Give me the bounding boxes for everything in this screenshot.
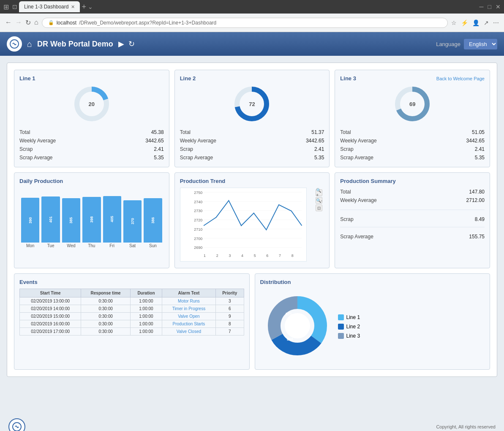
home-nav-icon[interactable]: ⌂	[27, 39, 32, 49]
footer-text: Copyright, All rights reserved	[436, 424, 496, 429]
cell-alarm[interactable]: Production Starts	[162, 320, 215, 328]
browser-frame: ⊞ ⊡ Line 1-3 Dashboard ✕ + ⌄ ─ □ ✕ ← → ↻…	[0, 0, 504, 431]
share-icon[interactable]: ↗	[484, 19, 489, 26]
svg-text:900: 900	[301, 322, 307, 326]
svg-text:7: 7	[279, 254, 281, 258]
zoom-in-button[interactable]: 🔍+	[316, 189, 322, 196]
minimize-button[interactable]: ─	[479, 3, 484, 10]
summary-scrap-avg-row: Scrap Average 155.75	[340, 232, 485, 241]
top-grid: Line 1 20 Total 45.38	[14, 70, 490, 167]
refresh-button[interactable]: ↻	[128, 39, 135, 49]
daily-production-card: Daily Production 390401385398405370386 M…	[14, 172, 169, 268]
active-tab[interactable]: Line 1-3 Dashboard ✕	[19, 1, 80, 12]
url-base: localhost	[57, 20, 76, 26]
cell-response: 0:30:00	[81, 328, 131, 336]
url-box[interactable]: 🔒 localhost /DRweb_Demo/webreport.aspx?R…	[42, 18, 448, 28]
cell-start: 02/20/2019 15:00:00	[20, 313, 81, 320]
line1-weekly-label: Weekly Average	[19, 138, 56, 144]
bar-wrapper-sun: 386	[144, 188, 162, 243]
cell-start: 02/20/2019 16:00:00	[20, 320, 81, 328]
events-title: Events	[19, 279, 244, 285]
table-row: 02/20/2019 14:00:000:30:001:00:00Timer i…	[20, 305, 244, 313]
reload-button[interactable]: ↻	[25, 19, 31, 27]
line2-total-row: Total 51.37	[180, 128, 324, 136]
distribution-svg: 875 900 850	[264, 292, 331, 360]
line2-title: Line 2	[180, 75, 324, 82]
menu-icon[interactable]: ⋯	[493, 19, 499, 26]
line3-donut: 69	[393, 85, 431, 123]
language-select[interactable]: English	[464, 39, 497, 49]
cell-alarm[interactable]: Valve Open	[162, 313, 215, 320]
bookmark-icon[interactable]: ☆	[451, 19, 457, 26]
summary-scrap-avg-label: Scrap Average	[340, 234, 373, 240]
line3-title: Line 3	[340, 75, 356, 82]
close-button[interactable]: ✕	[496, 3, 501, 10]
maximize-button[interactable]: □	[488, 3, 491, 10]
new-tab-button[interactable]: +	[82, 3, 86, 11]
cell-alarm[interactable]: Motor Runs	[162, 297, 215, 305]
summary-weekly-label: Weekly Average	[340, 197, 376, 203]
line3-card: Line 3 Back to Welcome Page 69	[335, 70, 490, 167]
line1-scrap-value: 2.41	[154, 146, 163, 152]
logo-icon	[9, 39, 19, 49]
day-label-sat: Sat	[123, 243, 142, 248]
extensions-icon[interactable]: ⚡	[461, 19, 468, 26]
svg-text:2730: 2730	[194, 209, 202, 213]
browser-icon: ⊞	[3, 3, 9, 11]
line3-donut-container: 69	[340, 85, 485, 123]
line3-header: Line 3 Back to Welcome Page	[340, 75, 485, 82]
svg-text:2700: 2700	[194, 237, 202, 241]
cell-alarm[interactable]: Timer in Progress	[162, 305, 215, 313]
line2-scrap-row: Scrap 2.41	[180, 145, 324, 153]
cell-priority: 3	[215, 297, 244, 305]
distribution-chart: 875 900 850 Line 1	[260, 289, 485, 364]
play-button[interactable]: ▶	[118, 39, 124, 49]
day-label-fri: Fri	[103, 243, 121, 248]
line3-weekly-label: Weekly Average	[340, 138, 376, 144]
back-button[interactable]: ←	[5, 19, 12, 27]
line1-weekly-row: Weekly Average 3442.65	[19, 136, 164, 145]
zoom-controls: 🔍+ 🔍- ⊡	[316, 189, 322, 211]
day-labels-area: MonTueWedThuFriSatSun	[19, 243, 164, 248]
summary-divider	[340, 210, 485, 213]
summary-scrap-value: 8.49	[475, 216, 485, 222]
line1-donut-container: 20	[19, 85, 164, 123]
events-card: Events Start Time Response time Duration…	[14, 273, 250, 370]
tab-close-button[interactable]: ✕	[71, 4, 75, 10]
production-trend-title: Production Trend	[180, 178, 324, 184]
cell-priority: 6	[215, 305, 244, 313]
forward-button[interactable]: →	[15, 19, 22, 27]
svg-point-32	[285, 313, 310, 338]
line2-total-value: 51.37	[311, 129, 324, 135]
line2-donut-label: 72	[249, 101, 255, 107]
zoom-reset-button[interactable]: ⊡	[316, 205, 322, 211]
tab-menu-button[interactable]: ⌄	[88, 3, 93, 10]
language-section: Language English	[436, 39, 497, 49]
zoom-out-button[interactable]: 🔍-	[316, 197, 322, 204]
back-to-welcome-link[interactable]: Back to Welcome Page	[436, 76, 485, 81]
middle-grid: Daily Production 390401385398405370386 M…	[14, 172, 490, 268]
bar-tue: 401	[41, 196, 60, 243]
line3-scrap-avg-row: Scrap Average 5.35	[340, 153, 485, 162]
legend-line3: Line 3	[338, 333, 360, 339]
svg-text:875: 875	[286, 312, 292, 316]
profile-icon[interactable]: 👤	[472, 19, 479, 26]
cell-response: 0:30:00	[81, 297, 131, 305]
table-row: 02/20/2019 15:00:000:30:001:00:00Valve O…	[20, 313, 244, 320]
line3-scrap-avg-value: 5.35	[475, 155, 485, 161]
line3-weekly-row: Weekly Average 3442.65	[340, 136, 485, 145]
svg-text:2690: 2690	[194, 246, 202, 250]
summary-scrap-label: Scrap	[340, 216, 353, 222]
bar-mon: 390	[21, 198, 39, 243]
production-summary-card: Production Summary Total 147.80 Weekly A…	[335, 172, 490, 268]
line3-total-row: Total 51.05	[340, 128, 485, 136]
home-button[interactable]: ⌂	[34, 19, 38, 27]
bar-wrapper-tue: 401	[41, 188, 60, 243]
line1-scrap-avg-row: Scrap Average 5.35	[19, 153, 164, 162]
line1-scrap-label: Scrap	[19, 146, 33, 152]
line1-total-label: Total	[19, 129, 30, 135]
cell-alarm[interactable]: Valve Closed	[162, 328, 215, 336]
events-table-body: 02/20/2019 13:00:000:30:001:00:00Motor R…	[20, 297, 244, 336]
bar-value-tue: 401	[49, 216, 53, 223]
line1-donut-label: 20	[89, 101, 95, 107]
